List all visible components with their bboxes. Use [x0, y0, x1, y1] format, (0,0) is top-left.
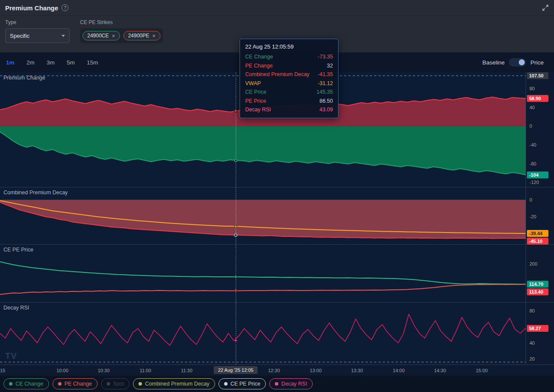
- series-legend: CE Change PE Change Spot Combined Premiu…: [0, 376, 554, 392]
- chart-area[interactable]: Premium Change Combined Premium Decay CE…: [0, 72, 554, 364]
- tooltip-label: PE Price: [245, 97, 266, 106]
- pane-decay-rsi[interactable]: Decay RSI: [0, 302, 526, 364]
- legend-pill-ce-change[interactable]: CE Change: [3, 378, 49, 389]
- legend-dot: [9, 382, 12, 386]
- strike-chip-label: 24900CE: [87, 33, 109, 39]
- price-badge: -104: [527, 172, 548, 178]
- tooltip-row: Combined Premium Decay -41.35: [240, 70, 338, 79]
- price-badge: 107.50: [527, 72, 548, 79]
- crosshair-marker: [234, 275, 237, 279]
- legend-label: Spot: [113, 381, 124, 387]
- type-control-group: Type Specific: [5, 19, 70, 47]
- time-label: 15:00: [476, 368, 488, 373]
- tooltip-value: 43.09: [320, 105, 333, 114]
- price-tick: 200: [529, 261, 537, 266]
- price-tick: 40: [529, 105, 535, 110]
- legend-label: CE Change: [15, 381, 43, 387]
- pane-separator[interactable]: [0, 187, 554, 187]
- baseline-price-toggle[interactable]: [509, 58, 526, 67]
- crosshair-tooltip: 22 Aug 25 12:05:59 CE Change -73.35 PE C…: [240, 39, 339, 118]
- price-tick: 20: [529, 356, 535, 361]
- tooltip-value: 32: [327, 61, 333, 70]
- legend-pill-ce-pe-price[interactable]: CE PE Price: [219, 378, 266, 389]
- tooltip-value: 145.35: [317, 88, 333, 97]
- timeframe-1m[interactable]: 1m: [6, 59, 15, 66]
- price-tick: 40: [529, 340, 535, 346]
- tooltip-row: Decay RSI 43.09: [240, 105, 338, 114]
- help-icon[interactable]: ?: [62, 4, 68, 11]
- legend-label: CE PE Price: [231, 381, 260, 387]
- tooltip-label: Decay RSI: [245, 105, 271, 114]
- legend-label: Decay RSI: [281, 381, 307, 387]
- pane-title: Decay RSI: [3, 305, 29, 311]
- fullscreen-expand-icon[interactable]: [542, 4, 549, 11]
- tooltip-value: -41.35: [318, 70, 333, 79]
- remove-strike-icon[interactable]: ×: [112, 33, 115, 39]
- legend-pill-pe-change[interactable]: PE Change: [52, 378, 98, 389]
- pane-plot: [0, 302, 526, 364]
- price-tick: 0: [529, 123, 532, 129]
- type-select-value: Specific: [10, 33, 30, 39]
- legend-pill-decay-rsi[interactable]: Decay RSI: [269, 378, 313, 389]
- crosshair-marker: [234, 225, 237, 228]
- panel-header: Premium Change ?: [0, 0, 554, 15]
- baseline-label: Baseline: [482, 59, 505, 66]
- strike-chips: 24900CE × 24900PE ×: [80, 28, 163, 43]
- price-label: Price: [530, 59, 544, 66]
- price-badge: -45.10: [527, 238, 548, 245]
- pane-combined-premium-decay[interactable]: Combined Premium Decay: [0, 187, 526, 244]
- time-label: 13:30: [351, 368, 363, 373]
- strike-chip-24900pe[interactable]: 24900PE ×: [123, 31, 160, 40]
- crosshair-marker: [234, 159, 237, 162]
- price-badge: 58.27: [527, 325, 548, 332]
- pane-separator[interactable]: [0, 244, 554, 245]
- pane-ce-pe-price[interactable]: CE PE Price: [0, 244, 526, 302]
- price-tick: -40: [529, 142, 536, 147]
- tooltip-row: CE Change -73.35: [240, 52, 338, 61]
- strike-chip-24900ce[interactable]: 24900CE ×: [83, 31, 120, 40]
- legend-label: Combined Premium Decay: [145, 381, 209, 387]
- time-label: 15: [0, 368, 5, 373]
- tooltip-label: CE Price: [245, 88, 266, 97]
- chevron-down-icon: [62, 35, 65, 37]
- legend-label: PE Change: [65, 381, 92, 387]
- time-axis[interactable]: 1510:0010:3011:0011:3012:3013:0013:3014:…: [0, 364, 554, 376]
- pane-plot: [0, 187, 526, 244]
- tooltip-label: CE Change: [245, 52, 273, 61]
- time-label: 11:00: [140, 368, 151, 373]
- pane-title: Premium Change: [3, 75, 45, 81]
- legend-dot: [138, 382, 142, 386]
- tooltip-value: 86.50: [320, 97, 333, 106]
- pane-separator[interactable]: [0, 302, 554, 303]
- timeframe-2m[interactable]: 2m: [27, 59, 35, 66]
- type-select[interactable]: Specific: [5, 28, 70, 43]
- tooltip-row: PE Change 32: [240, 61, 338, 70]
- timeframe-3m[interactable]: 3m: [46, 59, 55, 66]
- tooltip-value: -73.35: [318, 52, 333, 61]
- price-axis[interactable]: 80400-40-80-120107.5058.90-1040-20-39.44…: [526, 72, 554, 364]
- time-label: 12:30: [268, 368, 280, 373]
- time-label: 11:30: [181, 368, 193, 373]
- crosshair-marker: [234, 289, 237, 292]
- remove-strike-icon[interactable]: ×: [152, 33, 156, 39]
- strikes-label: CE PE Strikes: [80, 19, 163, 25]
- price-tick: -120: [529, 180, 539, 185]
- legend-pill-spot[interactable]: Spot: [101, 378, 130, 389]
- type-label: Type: [5, 19, 70, 25]
- tooltip-row: CE Price 145.35: [240, 88, 338, 97]
- crosshair-time-badge: 22 Aug '25 12:05: [214, 366, 258, 374]
- legend-dot: [58, 382, 62, 386]
- pane-title: CE PE Price: [3, 247, 33, 253]
- tooltip-row: PE Price 86.50: [240, 97, 338, 106]
- strikes-control-group: CE PE Strikes 24900CE × 24900PE ×: [80, 19, 163, 47]
- timeframe-5m[interactable]: 5m: [67, 59, 75, 66]
- timeframe-15m[interactable]: 15m: [87, 59, 98, 66]
- tradingview-watermark: TV: [5, 351, 17, 361]
- legend-dot: [107, 382, 110, 386]
- toggle-knob: [519, 59, 525, 65]
- legend-pill-combined-premium-decay[interactable]: Combined Premium Decay: [133, 378, 215, 389]
- crosshair-marker: [234, 109, 237, 113]
- price-tick: -20: [529, 214, 536, 219]
- crosshair-line: [236, 72, 236, 364]
- tooltip-value: -31.12: [318, 79, 333, 88]
